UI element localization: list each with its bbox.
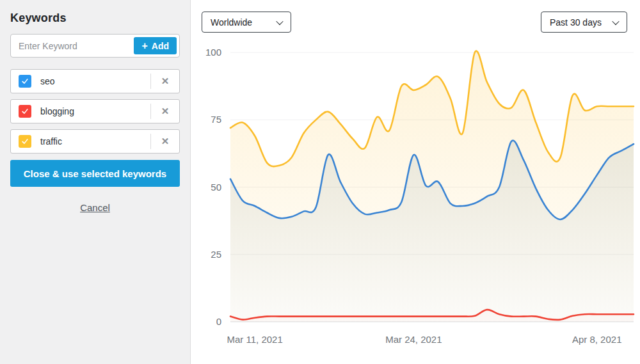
date-range-value: Past 30 days	[550, 17, 602, 28]
close-icon: ✕	[161, 106, 170, 117]
check-icon	[20, 137, 29, 146]
y-axis-label: 75	[211, 114, 221, 125]
y-axis-label: 25	[211, 249, 221, 260]
add-button-label: Add	[152, 41, 169, 51]
region-select[interactable]: Worldwide	[202, 12, 291, 33]
keyword-label: blogging	[40, 106, 150, 116]
close-icon: ✕	[161, 75, 170, 87]
keyword-chip-list: seo ✕ blogging ✕ traffic	[10, 69, 180, 154]
keyword-checkbox[interactable]	[19, 75, 31, 88]
keyword-checkbox[interactable]	[19, 135, 31, 148]
cancel-link[interactable]: Cancel	[10, 202, 180, 213]
keyword-trends-window: Keywords + Add seo ✕	[0, 0, 640, 364]
chevron-down-icon	[276, 17, 283, 24]
keyword-chip-seo: seo ✕	[10, 69, 180, 93]
trends-chart: 0255075100Mar 11, 2021Mar 24, 2021Apr 8,…	[191, 0, 640, 364]
y-axis-label: 50	[211, 182, 221, 193]
y-axis-label: 100	[205, 47, 221, 58]
keyword-label: seo	[40, 76, 150, 86]
check-icon	[20, 77, 29, 86]
close-icon: ✕	[161, 136, 170, 147]
chevron-down-icon	[612, 17, 619, 24]
keyword-checkbox[interactable]	[19, 105, 31, 118]
plus-icon: +	[141, 41, 147, 51]
remove-keyword-button[interactable]: ✕	[150, 104, 179, 119]
keyword-chip-traffic: traffic ✕	[10, 129, 180, 154]
close-use-keywords-button[interactable]: Close & use selected keywords	[10, 160, 180, 187]
check-icon	[20, 107, 29, 116]
keyword-input-group: + Add	[10, 34, 180, 58]
region-select-value: Worldwide	[211, 17, 252, 28]
add-keyword-button[interactable]: + Add	[134, 37, 177, 54]
keyword-chip-blogging: blogging ✕	[10, 99, 180, 123]
keywords-sidebar: Keywords + Add seo ✕	[0, 0, 191, 364]
keyword-label: traffic	[40, 136, 150, 146]
remove-keyword-button[interactable]: ✕	[150, 74, 179, 89]
sidebar-title: Keywords	[10, 12, 180, 25]
y-axis-label: 0	[216, 316, 221, 327]
x-axis-label: Mar 24, 2021	[385, 334, 442, 345]
remove-keyword-button[interactable]: ✕	[150, 134, 179, 149]
x-axis-label: Apr 8, 2021	[572, 334, 622, 345]
trends-panel: 0255075100Mar 11, 2021Mar 24, 2021Apr 8,…	[191, 0, 640, 364]
x-axis-label: Mar 11, 2021	[227, 334, 283, 345]
date-range-select[interactable]: Past 30 days	[541, 12, 627, 33]
